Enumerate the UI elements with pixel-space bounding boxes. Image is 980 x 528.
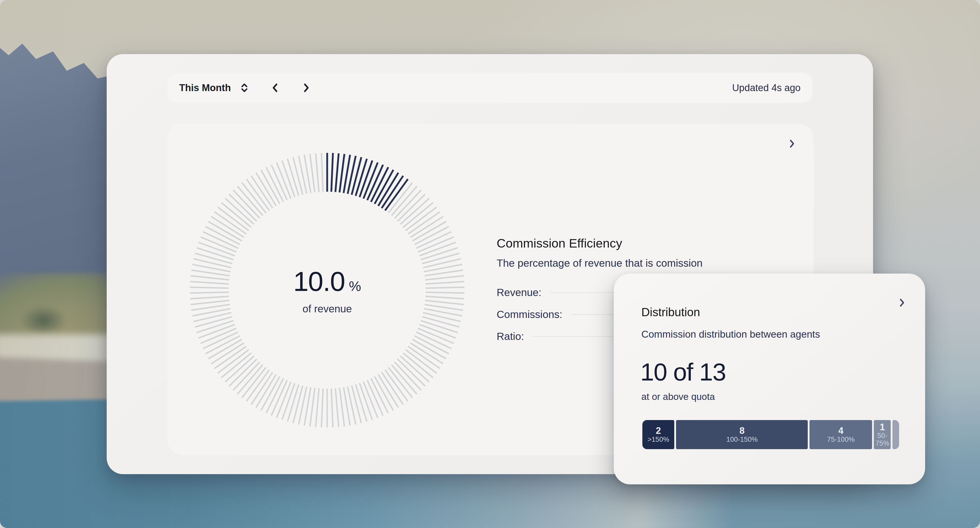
distribution-segment: 150-75% — [874, 420, 891, 449]
distribution-subtitle: Commission distribution between agents — [641, 329, 820, 340]
segment-count: 8 — [739, 426, 745, 436]
gauge-value: 10.0 — [293, 266, 345, 297]
segment-count: 1 — [880, 422, 885, 432]
distribution-segment: 475-100% — [810, 420, 872, 449]
stage: This Month Updated 4s ago — [0, 0, 980, 528]
distribution-title: Distribution — [641, 305, 700, 319]
gauge-caption: of revenue — [302, 303, 352, 315]
metric-label: Commissions: — [496, 309, 562, 321]
gauge-unit: % — [349, 278, 361, 294]
chevron-left-icon — [270, 82, 280, 94]
updated-status: Updated 4s ago — [732, 83, 800, 94]
chevron-right-icon — [788, 138, 796, 149]
distribution-segment: 2>150% — [642, 420, 674, 449]
toolbar: This Month Updated 4s ago — [167, 73, 812, 103]
segment-range: >150% — [648, 436, 669, 444]
chevron-up-down-icon — [240, 81, 248, 94]
segment-range: 100-150% — [726, 436, 758, 444]
distribution-headline: 10 of 13 — [640, 358, 726, 386]
commission-gauge: 10.0 % of revenue — [189, 153, 465, 428]
panel-expand-button[interactable] — [788, 138, 796, 150]
next-period-button[interactable] — [302, 82, 311, 94]
period-select[interactable]: This Month — [179, 81, 248, 94]
distribution-segment: 8100-150% — [676, 420, 808, 449]
segment-count: 2 — [656, 426, 661, 436]
efficiency-subtitle: The percentage of revenue that is comiss… — [496, 257, 791, 269]
distribution-segment — [892, 420, 899, 449]
segment-range: 50-75% — [874, 432, 891, 447]
chevron-right-icon — [302, 82, 311, 94]
distribution-bar: 2>150%8100-150%475-100%150-75% — [642, 420, 899, 449]
distribution-expand-button[interactable] — [897, 297, 906, 309]
chevron-right-icon — [897, 297, 906, 308]
metric-label: Revenue: — [496, 286, 542, 299]
previous-period-button[interactable] — [270, 82, 280, 94]
segment-range: 75-100% — [827, 436, 855, 444]
gauge-center: 10.0 % of revenue — [189, 153, 465, 428]
metric-label: Ratio: — [496, 331, 524, 342]
distribution-caption: at or above quota — [641, 391, 715, 402]
efficiency-title: Commission Efficiency — [496, 236, 791, 250]
segment-count: 4 — [838, 426, 843, 436]
period-select-value: This Month — [179, 83, 231, 94]
distribution-card: Distribution Commission distribution bet… — [614, 274, 925, 484]
